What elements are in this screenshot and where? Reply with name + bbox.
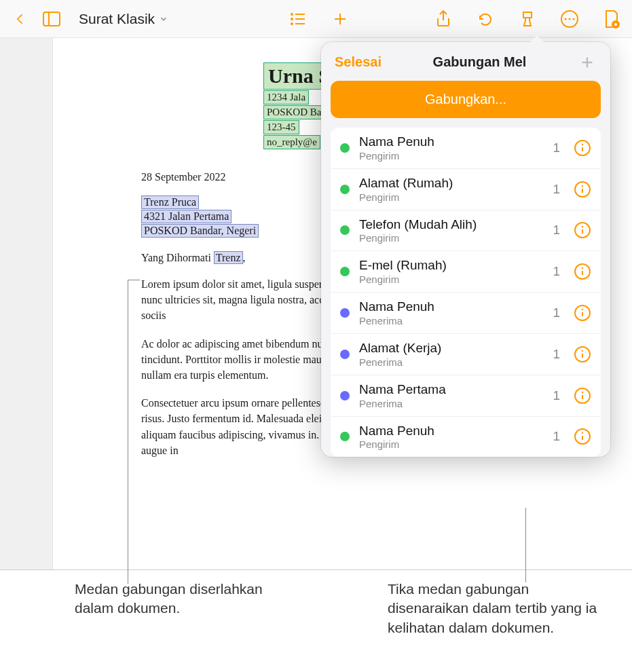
info-icon[interactable]: [574, 263, 591, 280]
field-count: 1: [553, 182, 560, 197]
svg-point-20: [582, 144, 583, 145]
svg-rect-0: [43, 12, 60, 26]
document-options-button[interactable]: [601, 8, 622, 30]
field-count: 1: [553, 141, 560, 155]
done-button[interactable]: Selesai: [335, 54, 382, 70]
field-status-dot: [340, 308, 350, 318]
merge-field-row[interactable]: Alamat (Rumah) Pengirim 1: [331, 169, 601, 210]
field-label: Telefon (Mudah Alih): [359, 217, 543, 233]
svg-point-12: [569, 18, 571, 20]
field-count: 1: [553, 429, 560, 444]
more-button[interactable]: [559, 8, 580, 30]
info-icon[interactable]: [574, 387, 591, 405]
format-brush-button[interactable]: [517, 8, 538, 30]
field-count: 1: [553, 264, 560, 279]
field-text: Alamat (Rumah) Pengirim: [359, 176, 543, 203]
field-count: 1: [553, 223, 560, 238]
svg-point-38: [582, 391, 583, 392]
sender-phone-field[interactable]: 123-45: [263, 120, 299, 134]
sender-email-field[interactable]: no_reply@e: [263, 135, 320, 149]
insert-button[interactable]: [329, 8, 351, 30]
merge-field-row[interactable]: E-mel (Rumah) Pengirim 1: [331, 251, 601, 293]
svg-point-41: [582, 432, 583, 434]
merge-field-row[interactable]: Telefon (Mudah Alih) Pengirim 1: [331, 210, 601, 252]
svg-point-35: [582, 350, 583, 352]
field-text: Telefon (Mudah Alih) Pengirim: [359, 217, 543, 244]
field-count: 1: [553, 347, 560, 362]
sender-address-field[interactable]: 1234 Jala: [263, 90, 309, 105]
undo-button[interactable]: [475, 8, 496, 30]
field-sublabel: Pengirim: [359, 150, 543, 162]
field-text: E-mel (Rumah) Pengirim: [359, 258, 543, 285]
info-icon[interactable]: [574, 139, 591, 157]
sidebar-icon[interactable]: [41, 8, 62, 30]
merge-field-row[interactable]: Nama Penuh Pengirim 1: [331, 417, 601, 458]
callout-right: Tika medan gabungan disenaraikan dalam t…: [388, 580, 605, 672]
merge-field-row[interactable]: Alamat (Kerja) Penerima 1: [331, 334, 601, 375]
page-gutter: [0, 38, 53, 570]
callouts: Medan gabungan diserlahkan dalam dokumen…: [0, 570, 632, 672]
document-title-dropdown[interactable]: Surat Klasik: [79, 11, 168, 27]
recipient-firstname-field[interactable]: Trenz: [214, 251, 243, 264]
svg-point-2: [291, 13, 293, 16]
field-status-dot: [340, 350, 350, 359]
field-text: Nama Penuh Penerima: [359, 299, 543, 326]
info-icon[interactable]: [574, 346, 591, 363]
salutation-prefix: Yang Dihormati: [141, 252, 214, 263]
svg-point-15: [614, 23, 617, 26]
field-text: Alamat (Kerja) Penerima: [359, 341, 543, 368]
field-status-dot: [340, 391, 350, 400]
field-label: Nama Penuh: [359, 424, 543, 439]
field-status-dot: [340, 267, 350, 276]
field-status-dot: [340, 185, 350, 194]
recipient-city-field[interactable]: POSKOD Bandar, Negeri: [141, 224, 259, 238]
outline-button[interactable]: [287, 8, 309, 30]
field-label: Nama Pertama: [359, 382, 543, 398]
callout-leader-line: [128, 280, 140, 280]
merge-button[interactable]: Gabungkan...: [331, 81, 601, 118]
merge-field-row[interactable]: Nama Penuh Penerima 1: [331, 293, 601, 334]
toolbar: Surat Klasik: [0, 0, 632, 38]
field-status-dot: [340, 225, 350, 235]
field-sublabel: Pengirim: [359, 274, 543, 285]
svg-point-4: [291, 18, 293, 20]
salutation-suffix: ,: [243, 252, 246, 263]
add-field-button[interactable]: [578, 55, 597, 70]
field-label: E-mel (Rumah): [359, 258, 543, 274]
field-label: Alamat (Rumah): [359, 176, 543, 191]
svg-point-23: [582, 185, 583, 186]
merge-field-row[interactable]: Nama Pertama Penerima 1: [331, 375, 601, 417]
recipient-address-field[interactable]: 4321 Jalan Pertama: [141, 210, 231, 223]
field-count: 1: [553, 388, 560, 403]
svg-point-11: [565, 18, 567, 20]
document-title: Surat Klasik: [79, 11, 155, 27]
field-text: Nama Penuh Pengirim: [359, 134, 543, 162]
svg-point-32: [582, 309, 583, 310]
info-icon[interactable]: [574, 221, 591, 239]
svg-point-29: [582, 267, 583, 269]
field-sublabel: Pengirim: [359, 438, 543, 450]
field-sublabel: Penerima: [359, 356, 543, 368]
merge-field-list: Nama Penuh Pengirim 1 Alamat (Rumah) Pen…: [331, 128, 601, 457]
callout-left: Medan gabungan diserlahkan dalam dokumen…: [75, 580, 265, 672]
popover-title: Gabungan Mel: [382, 54, 578, 70]
svg-point-6: [291, 22, 293, 25]
field-status-dot: [340, 143, 350, 153]
share-button[interactable]: [432, 8, 454, 30]
chevron-down-icon: [159, 14, 168, 24]
field-text: Nama Pertama Penerima: [359, 382, 543, 409]
recipient-name-field[interactable]: Trenz Pruca: [141, 195, 199, 209]
back-button[interactable]: [10, 8, 31, 30]
field-text: Nama Penuh Pengirim: [359, 424, 543, 451]
field-sublabel: Penerima: [359, 398, 543, 409]
sender-city-field[interactable]: POSKOD Ba: [263, 105, 324, 119]
field-sublabel: Penerima: [359, 315, 543, 326]
field-label: Nama Penuh: [359, 299, 543, 315]
info-icon[interactable]: [574, 181, 591, 198]
info-icon[interactable]: [574, 428, 591, 445]
field-label: Nama Penuh: [359, 134, 543, 150]
field-sublabel: Pengirim: [359, 232, 543, 244]
info-icon[interactable]: [574, 304, 591, 322]
merge-field-row[interactable]: Nama Penuh Pengirim 1: [331, 128, 601, 169]
field-count: 1: [553, 305, 560, 320]
